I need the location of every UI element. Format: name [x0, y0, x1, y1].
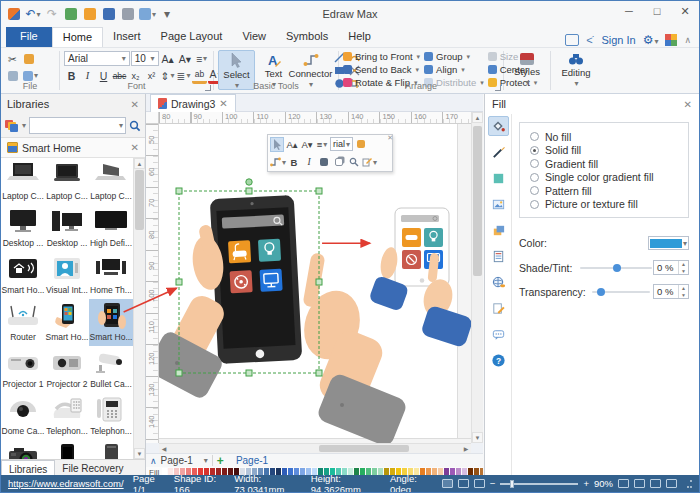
transparency-slider[interactable] [592, 291, 650, 293]
radio-icon[interactable] [530, 173, 539, 182]
community-icon[interactable] [665, 34, 677, 46]
mini-format-painter-icon[interactable] [354, 137, 368, 152]
note-panel-icon[interactable] [488, 246, 509, 266]
screenshot-icon[interactable] [565, 34, 579, 46]
mini-connector-icon[interactable]: ▾ [270, 155, 286, 170]
fit-page-icon[interactable] [618, 479, 629, 488]
align-icon[interactable]: ≡▾ [194, 51, 209, 67]
normal-view-icon[interactable] [442, 479, 453, 488]
gear-icon[interactable]: ⚙▾ [643, 33, 659, 47]
tab-file[interactable]: File [6, 27, 52, 47]
canvas-scroll-down-icon[interactable]: ▼ [472, 432, 483, 443]
shrink-font-icon[interactable]: A▾ [177, 51, 193, 67]
library-item-projector[interactable]: Projector 1 [1, 346, 45, 393]
libraries-close-icon[interactable]: ✕ [131, 99, 139, 110]
align-button[interactable]: Align▾ [424, 63, 484, 76]
mini-align-icon[interactable]: ≡▾ [315, 137, 329, 152]
fill-option-no-fill[interactable]: No fill [530, 130, 678, 144]
fill-color-select[interactable]: ▾ [648, 236, 689, 250]
redo-icon[interactable]: ↷ [44, 6, 60, 22]
open-recent-icon[interactable] [82, 6, 98, 22]
library-item-monitor[interactable]: Desktop ... [1, 205, 45, 252]
collapse-pagebar-icon[interactable]: ∧ [150, 456, 157, 466]
library-item-home-theater[interactable]: Home Th... [89, 252, 133, 299]
library-item-phone-gray[interactable] [89, 440, 133, 459]
spin-down-icon[interactable]: ▼ [679, 292, 688, 299]
scroll-up-icon[interactable]: ▲ [134, 158, 145, 169]
mini-fill-icon[interactable] [317, 155, 331, 170]
tab-page-layout[interactable]: Page Layout [151, 27, 233, 47]
fill-option-pattern-fill[interactable]: Pattern fill [530, 184, 678, 198]
library-item-office-phone[interactable]: Telephon... [89, 393, 133, 440]
library-section-close-icon[interactable]: ✕ [131, 142, 139, 153]
library-item-laptop-front[interactable]: Laptop C... [45, 158, 89, 205]
library-item-telephone[interactable]: Telephon... [45, 393, 89, 440]
zoom-select-icon[interactable] [650, 479, 661, 488]
library-menu-caret-icon[interactable]: ▾ [22, 121, 26, 130]
library-item-camera[interactable] [1, 440, 45, 459]
picture-panel-icon[interactable] [488, 194, 509, 214]
document-close-icon[interactable]: ✕ [219, 98, 227, 109]
library-item-tower-monitor[interactable]: Desktop ... [45, 205, 89, 252]
zoom-level[interactable]: 90% [594, 478, 613, 489]
presentation-view-icon[interactable] [474, 479, 485, 488]
library-item-dome-cam[interactable]: Dome Ca... [1, 393, 45, 440]
shape-panel-icon[interactable] [488, 168, 509, 188]
mini-toolbar-close-icon[interactable]: ✕ [387, 134, 393, 142]
tab-insert[interactable]: Insert [103, 27, 151, 47]
arrange-dialog-launcher[interactable] [495, 85, 501, 91]
comment-panel-icon[interactable] [488, 324, 509, 344]
mini-shrink-font-icon[interactable]: A▾ [300, 137, 314, 152]
canvas-scroll-right-icon[interactable]: ▶ [461, 444, 471, 453]
fit-view-icon[interactable] [458, 479, 469, 488]
cut-icon[interactable]: ✂ [5, 51, 20, 67]
fill-option-picture-or-texture-fill[interactable]: Picture or texture fill [530, 198, 678, 212]
zoom-slider-thumb[interactable] [510, 480, 514, 488]
sign-in-link[interactable]: Sign In [601, 34, 635, 46]
mini-select-icon[interactable] [270, 137, 284, 152]
library-item-tablet-hands[interactable]: Smart Ho... [89, 299, 133, 346]
maximize-button[interactable]: □ [643, 1, 671, 21]
font-dialog-launcher[interactable] [205, 85, 211, 91]
fill-option-gradient-fill[interactable]: Gradient fill [530, 157, 678, 171]
undo-icon[interactable]: ↶▾ [25, 6, 41, 22]
group-button[interactable]: Group▾ [424, 50, 484, 63]
library-item-intercom[interactable]: Visual Int... [45, 252, 89, 299]
mini-bold-icon[interactable]: B [287, 155, 301, 170]
tab-view[interactable]: View [232, 27, 276, 47]
mini-italic-icon[interactable]: I [302, 155, 316, 170]
library-item-laptop-side[interactable]: Laptop C... [89, 158, 133, 205]
grow-font-icon[interactable]: A▴ [160, 51, 176, 67]
library-item-laptop-open[interactable]: Laptop C... [1, 158, 45, 205]
fill-option-solid-fill[interactable]: Solid fill [530, 144, 678, 158]
help-panel-icon[interactable]: ? [488, 350, 509, 370]
radio-icon[interactable] [530, 159, 539, 168]
canvas-hscroll-thumb[interactable] [319, 445, 409, 452]
send-to-back-button[interactable]: Send to Back▾ [343, 63, 420, 76]
mini-find-icon[interactable] [347, 155, 361, 170]
canvas-horizontal-scrollbar[interactable]: ◀ ▶ [159, 443, 471, 453]
print-icon[interactable] [120, 6, 136, 22]
radio-icon[interactable] [530, 146, 539, 155]
canvas-vscroll-thumb[interactable] [473, 126, 482, 276]
resize-grip[interactable] [684, 480, 692, 488]
mini-edit-icon[interactable]: ▾ [362, 155, 377, 170]
library-item-bullet-cam[interactable]: Bullet Ca... [89, 346, 133, 393]
line-panel-icon[interactable] [488, 142, 509, 162]
import-file-icon[interactable] [63, 6, 79, 22]
minimize-button[interactable]: ─ [615, 1, 643, 21]
tab-home[interactable]: Home [52, 27, 103, 47]
zoom-slider[interactable] [500, 483, 578, 485]
document-tab[interactable]: Drawing3 ✕ [150, 94, 236, 112]
transparency-spinner[interactable]: 0 % ▲▼ [653, 284, 689, 299]
close-button[interactable]: ✕ [671, 1, 699, 21]
styles-button[interactable]: Styles▾ [508, 50, 546, 81]
shade-tint-slider[interactable] [580, 267, 652, 269]
library-item-phone-hand[interactable]: Smart Ho... [45, 299, 89, 346]
more-icon[interactable]: ▾ [159, 6, 175, 22]
add-page-icon[interactable]: + [217, 454, 224, 468]
radio-icon[interactable] [530, 132, 539, 141]
zoom-in-icon[interactable]: + [583, 478, 589, 489]
shade-tint-spinner[interactable]: 0 % ▲▼ [653, 260, 689, 275]
mini-copy-icon[interactable] [332, 155, 346, 170]
